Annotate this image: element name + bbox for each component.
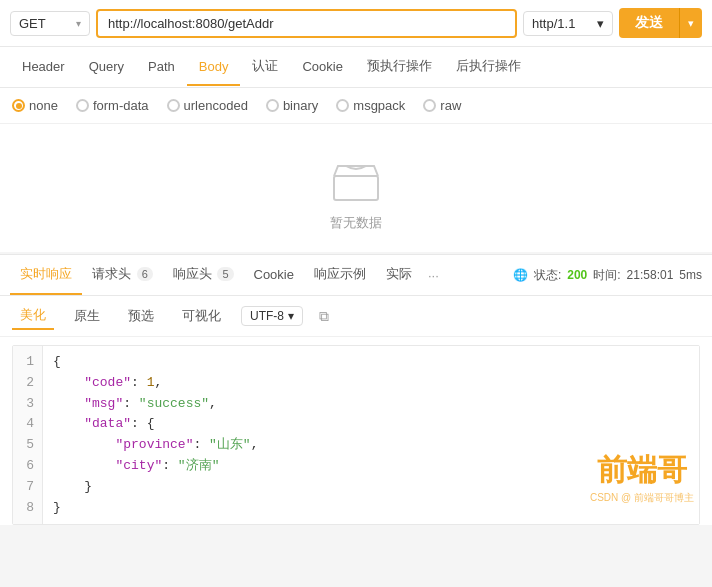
http-version-select[interactable]: http/1.1 ▾ (523, 11, 613, 36)
encoding-value: UTF-8 (250, 309, 284, 323)
http-version-chevron-icon: ▾ (597, 16, 604, 31)
tab-cookie[interactable]: Cookie (290, 49, 354, 86)
empty-text: 暂无数据 (330, 214, 382, 232)
tab-auth[interactable]: 认证 (240, 47, 290, 87)
resp-tab-request-headers[interactable]: 请求头 6 (82, 255, 163, 295)
response-headers-badge: 5 (217, 267, 233, 281)
response-status: 🌐 状态: 200 时间: 21:58:01 5ms (513, 267, 702, 284)
option-msgpack-label: msgpack (353, 98, 405, 113)
tab-post-exec[interactable]: 后执行操作 (444, 47, 533, 87)
option-binary-label: binary (283, 98, 318, 113)
code-line-1: { (53, 352, 689, 373)
tab-query[interactable]: Query (77, 49, 136, 86)
response-section: 实时响应 请求头 6 响应头 5 Cookie 响应示例 实际 ··· 🌐 状态… (0, 254, 712, 525)
send-button-group: 发送 ▾ (619, 8, 702, 38)
resp-tab-cookie[interactable]: Cookie (244, 257, 304, 294)
code-line-6: "city": "济南" (53, 456, 689, 477)
request-headers-badge: 6 (137, 267, 153, 281)
option-raw-label: raw (440, 98, 461, 113)
line-num-2: 2 (21, 373, 34, 394)
send-dropdown-button[interactable]: ▾ (679, 8, 702, 38)
code-line-4: "data": { (53, 414, 689, 435)
line-num-8: 8 (21, 498, 34, 519)
tool-visualize[interactable]: 可视化 (174, 303, 229, 329)
response-tabs: 实时响应 请求头 6 响应头 5 Cookie 响应示例 实际 ··· 🌐 状态… (0, 254, 712, 296)
line-num-6: 6 (21, 456, 34, 477)
method-text: GET (19, 16, 46, 31)
resp-tab-actual[interactable]: 实际 (376, 255, 422, 295)
code-content: { "code": 1, "msg": "success", "data": {… (43, 346, 699, 524)
option-urlencoded[interactable]: urlencoded (167, 98, 248, 113)
tab-pre-exec[interactable]: 预执行操作 (355, 47, 444, 87)
code-line-5: "province": "山东", (53, 435, 689, 456)
option-form-data-label: form-data (93, 98, 149, 113)
tab-header[interactable]: Header (10, 49, 77, 86)
line-numbers: 1 2 3 4 5 6 7 8 (13, 346, 43, 524)
encoding-select[interactable]: UTF-8 ▾ (241, 306, 303, 326)
resp-tab-realtime[interactable]: 实时响应 (10, 255, 82, 295)
radio-binary[interactable] (266, 99, 279, 112)
radio-form-data[interactable] (76, 99, 89, 112)
encoding-chevron-icon: ▾ (288, 309, 294, 323)
svg-rect-0 (334, 176, 378, 200)
line-num-3: 3 (21, 394, 34, 415)
nav-tabs: Header Query Path Body 认证 Cookie 预执行操作 后… (0, 47, 712, 88)
method-select[interactable]: GET ▾ (10, 11, 90, 36)
send-button[interactable]: 发送 (619, 8, 679, 38)
tool-preview[interactable]: 预选 (120, 303, 162, 329)
code-line-2: "code": 1, (53, 373, 689, 394)
empty-state: 暂无数据 (0, 124, 712, 252)
code-block: 1 2 3 4 5 6 7 8 { "code": 1, "msg": "suc… (12, 345, 700, 525)
body-options: none form-data urlencoded binary msgpack… (0, 88, 712, 124)
method-chevron-icon: ▾ (76, 18, 81, 29)
status-code: 200 (567, 268, 587, 282)
code-line-8: } (53, 498, 689, 519)
option-msgpack[interactable]: msgpack (336, 98, 405, 113)
option-form-data[interactable]: form-data (76, 98, 149, 113)
time-value: 21:58:01 (627, 268, 674, 282)
line-num-7: 7 (21, 477, 34, 498)
http-version-text: http/1.1 (532, 16, 575, 31)
radio-none[interactable] (12, 99, 25, 112)
option-binary[interactable]: binary (266, 98, 318, 113)
code-line-7: } (53, 477, 689, 498)
line-num-1: 1 (21, 352, 34, 373)
top-bar: GET ▾ http/1.1 ▾ 发送 ▾ (0, 0, 712, 47)
code-line-3: "msg": "success", (53, 394, 689, 415)
radio-msgpack[interactable] (336, 99, 349, 112)
globe-icon: 🌐 (513, 268, 528, 282)
resp-tab-example[interactable]: 响应示例 (304, 255, 376, 295)
option-none[interactable]: none (12, 98, 58, 113)
resp-tab-response-headers[interactable]: 响应头 5 (163, 255, 244, 295)
tab-body[interactable]: Body (187, 49, 241, 86)
radio-urlencoded[interactable] (167, 99, 180, 112)
time-label: 时间: (593, 267, 620, 284)
empty-icon (326, 154, 386, 204)
duration-value: 5ms (679, 268, 702, 282)
line-num-5: 5 (21, 435, 34, 456)
radio-raw[interactable] (423, 99, 436, 112)
url-input[interactable] (96, 9, 517, 38)
tool-beautify[interactable]: 美化 (12, 302, 54, 330)
copy-icon[interactable]: ⧉ (319, 308, 329, 325)
line-num-4: 4 (21, 414, 34, 435)
tab-path[interactable]: Path (136, 49, 187, 86)
code-toolbar: 美化 原生 预选 可视化 UTF-8 ▾ ⧉ (0, 296, 712, 337)
option-raw[interactable]: raw (423, 98, 461, 113)
option-none-label: none (29, 98, 58, 113)
resp-tab-more[interactable]: ··· (422, 258, 445, 293)
status-label: 状态: (534, 267, 561, 284)
option-urlencoded-label: urlencoded (184, 98, 248, 113)
tool-raw[interactable]: 原生 (66, 303, 108, 329)
